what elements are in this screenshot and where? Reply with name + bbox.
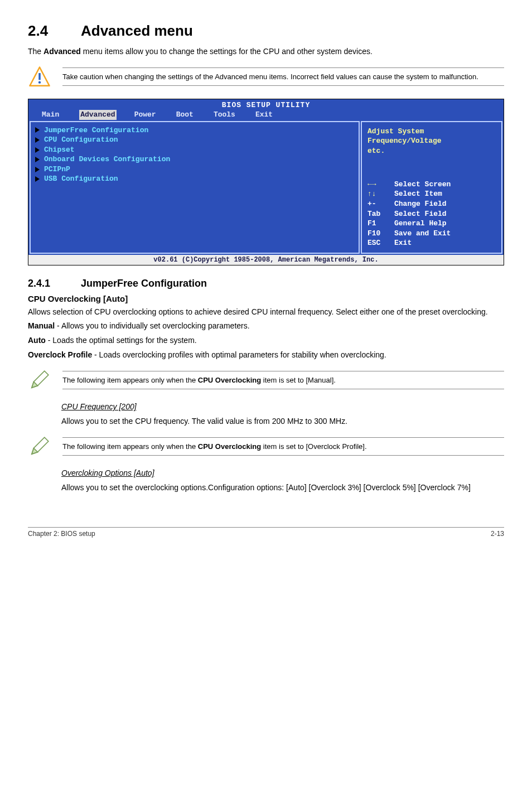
heading-num: 2.4 (28, 22, 81, 40)
bios-item-label: USB Configuration (44, 174, 118, 184)
bios-left-panel: JumperFree Configuration CPU Configurati… (30, 121, 360, 254)
triangle-icon (35, 137, 40, 143)
footer-left: Chapter 2: BIOS setup (28, 530, 95, 538)
bios-help-line: Adjust System (367, 127, 496, 137)
bios-item-chipset: Chipset (35, 145, 354, 155)
bios-item-onboard: Onboard Devices Configuration (35, 154, 354, 165)
bios-menu-power: Power (134, 110, 166, 120)
bios-key-desc: Exit (394, 238, 412, 248)
note1-bold: CPU Overclocking (198, 376, 261, 384)
bios-key: +- (367, 199, 394, 209)
bios-key-row: F10Save and Exit (367, 229, 496, 239)
svg-point-1 (38, 81, 41, 83)
note1-prefix: The following item appears only when the (62, 376, 198, 384)
bios-footer: v02.61 (C)Copyright 1985-2008, American … (28, 255, 504, 265)
ocp-label: Overclock Profile (28, 350, 92, 359)
bios-key-row: F1General Help (367, 219, 496, 229)
bios-title: BIOS SETUP UTILITY (28, 99, 504, 110)
bios-help-line: Frequency/Voltage (367, 136, 496, 146)
manual-text: - Allows you to individually set overclo… (55, 321, 249, 330)
bios-menu-advanced: Advanced (79, 110, 116, 120)
svg-rect-0 (38, 73, 41, 80)
pencil-icon (28, 434, 51, 458)
bios-menu-main: Main (42, 110, 69, 120)
bios-item-label: Chipset (44, 145, 75, 155)
auto-text: - Loads the optimal settings for the sys… (46, 336, 197, 345)
auto-label: Auto (28, 336, 46, 345)
bios-key-desc: Change Field (394, 199, 447, 209)
bios-help-line: etc. (367, 146, 496, 156)
note-text-1: The following item appears only when the… (62, 371, 504, 389)
triangle-icon (35, 176, 40, 182)
bios-screenshot: BIOS SETUP UTILITY Main Advanced Power B… (28, 99, 504, 265)
cpu-freq-block: CPU Frequency [200] Allows you to set th… (61, 402, 504, 427)
bios-key: F10 (367, 229, 394, 239)
triangle-icon (35, 147, 40, 153)
bios-item-label: JumperFree Configuration (44, 125, 148, 136)
cpu-freq-text: Allows you to set the CPU frequency. The… (61, 416, 504, 427)
bios-key-row: ↑↓Select Item (367, 189, 496, 199)
note2-bold: CPU Overclocking (198, 442, 261, 451)
bios-menu-exit: Exit (255, 110, 283, 120)
intro-prefix: The (28, 47, 43, 56)
oc-options-text: Allows you to set the overclocking optio… (61, 482, 504, 494)
bios-item-cpuconfig: CPU Configuration (35, 135, 354, 145)
intro-suffix: menu items allow you to change the setti… (81, 47, 373, 56)
auto-line: Auto - Loads the optimal settings for th… (28, 335, 504, 346)
ocp-text: - Loads overclocking profiles with optim… (92, 350, 386, 359)
bios-menu-boot: Boot (176, 110, 204, 120)
bios-item-jumperfree: JumperFree Configuration (35, 125, 354, 136)
bios-key-desc: Save and Exit (394, 229, 451, 239)
note-text-2: The following item appears only when the… (62, 437, 504, 456)
warning-icon (28, 65, 51, 89)
note2-suffix: item is set to [Overclock Profile]. (261, 442, 366, 451)
subsection-title: JumperFree Configuration (81, 278, 207, 289)
cpu-freq-heading: CPU Frequency [200] (61, 402, 137, 411)
bios-key-legend: ←→Select Screen ↑↓Select Item +-Change F… (367, 180, 496, 248)
note-callout-1: The following item appears only when the… (28, 368, 504, 392)
bios-item-label: PCIPnP (44, 165, 70, 175)
cpu-overclocking-heading: CPU Overclocking [Auto] (28, 294, 504, 303)
manual-label: Manual (28, 321, 55, 330)
page-heading: 2.4Advanced menu (28, 22, 504, 40)
bios-key-desc: General Help (394, 219, 447, 229)
bios-key: ↑↓ (367, 189, 394, 199)
bios-key-desc: Select Field (394, 209, 447, 219)
subsection-heading: 2.4.1JumperFree Configuration (28, 278, 504, 289)
bios-key-desc: Select Item (394, 189, 442, 199)
ocp-line: Overclock Profile - Loads overclocking p… (28, 350, 504, 361)
bios-key-row: ESCExit (367, 238, 496, 248)
bios-key: Tab (367, 209, 394, 219)
bios-key: F1 (367, 219, 394, 229)
note2-prefix: The following item appears only when the (62, 442, 198, 451)
triangle-icon (35, 167, 40, 172)
oc-options-block: Overcloking Options [Auto] Allows you to… (61, 468, 504, 493)
bios-key: ESC (367, 238, 394, 248)
manual-line: Manual - Allows you to individually set … (28, 321, 504, 332)
heading-title: Advanced menu (81, 22, 193, 39)
caution-text: Take caution when changing the settings … (62, 67, 504, 86)
bios-body: JumperFree Configuration CPU Configurati… (28, 121, 504, 255)
bios-menubar: Main Advanced Power Boot Tools Exit (28, 110, 504, 121)
bios-item-pcipnp: PCIPnP (35, 165, 354, 175)
note-callout-2: The following item appears only when the… (28, 434, 504, 458)
page-footer: Chapter 2: BIOS setup 2-13 (28, 527, 504, 538)
note1-suffix: item is set to [Manual]. (261, 376, 336, 384)
bios-key-row: TabSelect Field (367, 209, 496, 219)
bios-key-row: +-Change Field (367, 199, 496, 209)
pencil-icon (28, 368, 51, 392)
bios-key-row: ←→Select Screen (367, 180, 496, 190)
triangle-icon (35, 127, 40, 133)
intro-bold: Advanced (43, 47, 81, 56)
bios-menu-tools: Tools (214, 110, 245, 120)
cpu-overclocking-desc: Allows selection of CPU overclocking opt… (28, 307, 504, 318)
subsection-num: 2.4.1 (28, 278, 81, 289)
bios-key: ←→ (367, 180, 394, 190)
bios-right-panel: Adjust System Frequency/Voltage etc. ←→S… (361, 121, 502, 254)
bios-help-text: Adjust System Frequency/Voltage etc. (367, 127, 496, 156)
oc-options-heading: Overcloking Options [Auto] (61, 468, 154, 477)
triangle-icon (35, 157, 40, 162)
bios-item-label: Onboard Devices Configuration (44, 154, 170, 165)
intro-paragraph: The Advanced menu items allow you to cha… (28, 46, 504, 57)
footer-right: 2-13 (491, 530, 504, 538)
